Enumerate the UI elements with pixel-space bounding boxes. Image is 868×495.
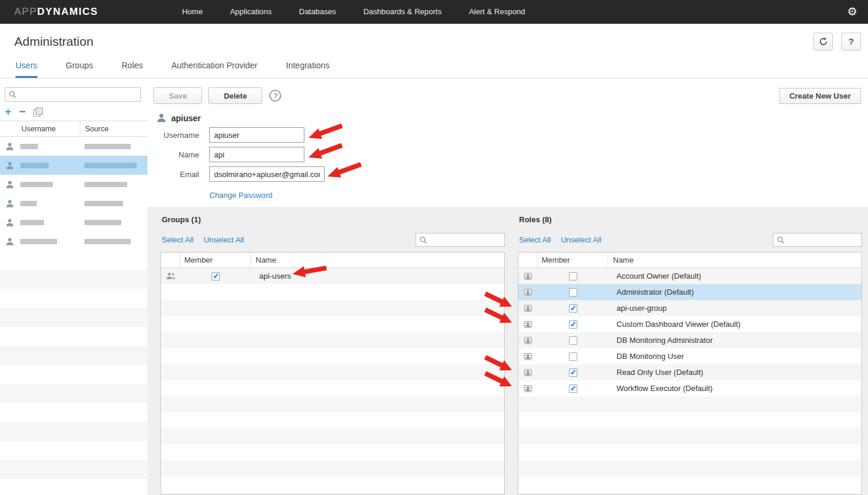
redacted-source (84, 220, 121, 225)
email-input[interactable] (209, 166, 325, 182)
topnav-item-databases[interactable]: Databases (285, 0, 350, 24)
username-column-header: Username (0, 121, 80, 136)
role-row[interactable]: Read Only User (Default) (518, 364, 861, 380)
redacted-username (20, 201, 37, 206)
empty-row (161, 396, 504, 412)
form-help-icon[interactable]: ? (269, 90, 281, 102)
roles-panel-links: Select All Unselect All (519, 233, 862, 247)
role-row[interactable]: Account Owner (Default) (518, 268, 861, 284)
groups-select-all-link[interactable]: Select All (162, 235, 193, 244)
member-checkbox[interactable] (569, 368, 577, 377)
member-checkbox[interactable] (569, 336, 577, 345)
member-column-header: Member (180, 253, 251, 267)
topnav-item-applications[interactable]: Applications (216, 0, 285, 24)
member-checkbox[interactable] (569, 288, 577, 297)
role-row[interactable]: Administrator (Default) (518, 284, 861, 300)
member-checkbox[interactable] (569, 272, 577, 280)
user-list-row[interactable] (0, 156, 147, 175)
user-icon (5, 180, 14, 189)
name-input[interactable] (209, 147, 304, 162)
empty-row (0, 403, 147, 422)
empty-row (518, 444, 861, 461)
tab-roles[interactable]: Roles (121, 61, 143, 78)
email-form-row: Email (153, 166, 862, 182)
user-heading: apiuser (156, 113, 862, 123)
role-row[interactable]: DB Monitoring Administrator (518, 332, 861, 348)
role-row[interactable]: Workflow Executor (Default) (518, 380, 861, 396)
user-icon (5, 142, 14, 151)
logo-app-text: APP (14, 6, 37, 17)
page-title: Administration (14, 34, 93, 49)
member-checkbox[interactable] (569, 384, 577, 393)
member-checkbox[interactable] (569, 304, 577, 313)
empty-row (161, 284, 504, 300)
empty-row (0, 384, 147, 403)
role-row[interactable]: Custom Dashboard Viewer (Default) (518, 316, 861, 332)
create-new-user-button[interactable]: Create New User (779, 88, 861, 104)
settings-gear-icon[interactable]: ⚙ (847, 0, 857, 24)
save-button[interactable]: Save (153, 87, 202, 104)
empty-row (0, 441, 147, 460)
change-password-link[interactable]: Change Password (209, 191, 272, 200)
empty-row (161, 477, 504, 493)
empty-row (0, 479, 147, 495)
icon-column (518, 253, 537, 267)
empty-row (0, 346, 147, 365)
redacted-username (20, 182, 53, 187)
tab-groups[interactable]: Groups (66, 61, 93, 78)
tab-users[interactable]: Users (15, 61, 37, 78)
user-icon (5, 161, 14, 170)
roles-search-input[interactable] (773, 233, 862, 247)
roles-unselect-all-link[interactable]: Unselect All (561, 235, 601, 244)
copy-user-icon[interactable] (33, 108, 43, 116)
member-checkbox[interactable] (212, 272, 220, 280)
member-checkbox[interactable] (569, 320, 577, 329)
remove-user-icon[interactable]: − (19, 107, 26, 116)
empty-row (0, 422, 147, 441)
group-row[interactable]: api-users (161, 268, 504, 284)
top-navigation-bar: APPDYNAMICS HomeApplicationsDatabasesDas… (0, 0, 868, 24)
users-sidebar: + − Username Source (0, 78, 147, 495)
roles-search (773, 233, 862, 247)
roles-panel: Roles (8) Select All Unselect All Member (518, 207, 862, 495)
user-list-row[interactable] (0, 213, 147, 232)
topnav-item-alert-respond[interactable]: Alert & Respond (455, 0, 539, 24)
member-column-header: Member (537, 253, 608, 267)
role-row[interactable]: DB Monitoring User (518, 348, 861, 364)
user-list-row[interactable] (0, 137, 147, 156)
user-list-row[interactable] (0, 194, 147, 213)
topnav-item-home[interactable]: Home (168, 0, 216, 24)
groups-search-input[interactable] (416, 233, 505, 247)
empty-row (518, 493, 861, 495)
username-input[interactable] (209, 127, 304, 143)
user-list-row[interactable] (0, 232, 147, 251)
help-button[interactable]: ? (841, 33, 861, 51)
search-icon (8, 90, 17, 99)
appdynamics-logo[interactable]: APPDYNAMICS (14, 6, 98, 18)
user-list (0, 137, 147, 495)
logo-dynamics-text: DYNAMICS (37, 6, 99, 17)
user-search-input[interactable] (5, 87, 141, 102)
role-badge-icon (524, 320, 532, 329)
roles-select-all-link[interactable]: Select All (519, 235, 551, 244)
role-name: Workflow Executor (Default) (612, 384, 713, 393)
groups-table-header: Member Name (161, 253, 504, 268)
roles-table-header: Member Name (518, 253, 861, 268)
member-checkbox[interactable] (569, 352, 577, 361)
empty-row (518, 477, 861, 493)
sidebar-search (5, 87, 141, 102)
refresh-button[interactable] (813, 33, 833, 51)
groups-table: Member Name api-users (161, 252, 505, 495)
tab-integrations[interactable]: Integrations (286, 61, 329, 78)
email-label: Email (153, 170, 199, 179)
topnav-item-dashboards-reports[interactable]: Dashboards & Reports (350, 0, 455, 24)
redacted-source (84, 239, 131, 244)
tab-authentication-provider[interactable]: Authentication Provider (171, 61, 257, 78)
user-list-row[interactable] (0, 175, 147, 194)
delete-button[interactable]: Delete (208, 87, 262, 104)
add-user-icon[interactable]: + (5, 107, 11, 116)
user-icon (5, 218, 14, 227)
refresh-icon (819, 37, 828, 46)
role-row[interactable]: api-user-group (518, 300, 861, 316)
groups-unselect-all-link[interactable]: Unselect All (203, 235, 244, 244)
